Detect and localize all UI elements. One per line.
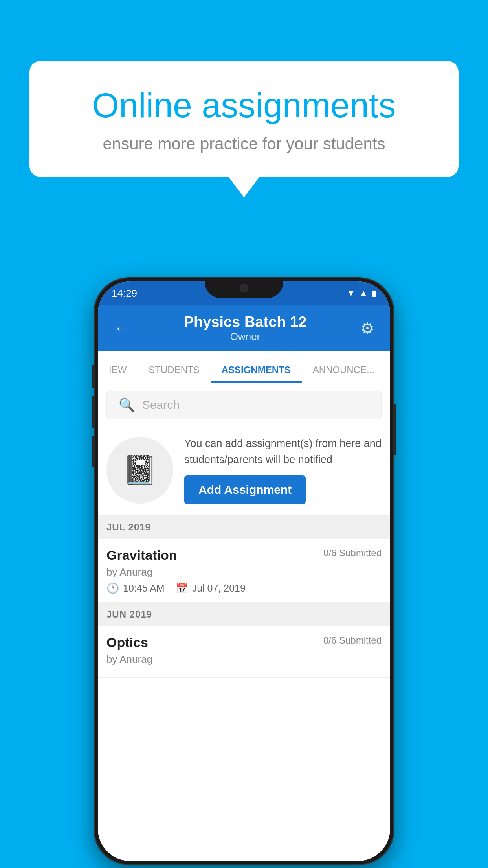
search-bar[interactable]: 🔍 Search	[106, 391, 382, 419]
tab-iew[interactable]: IEW	[98, 364, 138, 383]
header-title: Physics Batch 12	[134, 314, 356, 331]
phone-frame: 14:29 ▼ ▲ ▮ ← Physics Batch 12 Owner ⚙ I…	[95, 278, 393, 868]
promo-icon-circle: 📓	[106, 437, 173, 504]
assignment-date: 📅 Jul 07, 2019	[176, 582, 246, 594]
status-icons: ▼ ▲ ▮	[347, 288, 376, 298]
search-placeholder: Search	[142, 398, 180, 412]
section-header-jul: JUL 2019	[98, 515, 390, 539]
battery-icon: ▮	[372, 288, 376, 298]
header-center: Physics Batch 12 Owner	[134, 314, 356, 343]
assignment-optics-row-top: Optics 0/6 Submitted	[106, 635, 382, 650]
assignment-time-value: 10:45 AM	[123, 583, 165, 594]
assignment-by-optics: by Anurag	[106, 653, 382, 666]
notebook-icon: 📓	[122, 453, 158, 487]
speech-bubble-subtitle: ensure more practice for your students	[59, 134, 429, 153]
phone-vol-down	[92, 396, 95, 428]
assignment-item-gravitation[interactable]: Gravitation 0/6 Submitted by Anurag 🕐 10…	[98, 539, 390, 603]
section-header-jun: JUN 2019	[98, 603, 390, 626]
assignment-meta-gravitation: 🕐 10:45 AM 📅 Jul 07, 2019	[106, 582, 382, 594]
phone-btn-3	[92, 436, 95, 467]
phone-camera	[240, 284, 248, 292]
assignment-submitted-optics: 0/6 Submitted	[323, 635, 382, 646]
speech-bubble-title: Online assignments	[59, 86, 429, 125]
settings-icon[interactable]: ⚙	[356, 315, 378, 341]
app-header: ← Physics Batch 12 Owner ⚙	[98, 305, 390, 351]
assignment-name-gravitation: Gravitation	[106, 548, 177, 563]
phone-vol-up	[92, 365, 95, 388]
add-promo-section: 📓 You can add assignment(s) from here an…	[98, 427, 390, 515]
assignment-item-optics[interactable]: Optics 0/6 Submitted by Anurag	[98, 626, 390, 678]
assignment-time: 🕐 10:45 AM	[106, 582, 165, 594]
add-assignment-button[interactable]: Add Assignment	[184, 475, 306, 504]
wifi-icon: ▼	[347, 288, 355, 298]
status-time: 14:29	[112, 287, 137, 300]
phone-power	[393, 404, 396, 455]
assignment-name-optics: Optics	[106, 635, 148, 650]
calendar-icon: 📅	[176, 582, 188, 594]
tab-announcements[interactable]: ANNOUNCE...	[302, 364, 385, 383]
signal-icon: ▲	[359, 288, 368, 298]
assignment-row-top: Gravitation 0/6 Submitted	[106, 548, 382, 563]
promo-content: You can add assignment(s) from here and …	[184, 436, 382, 504]
promo-text: You can add assignment(s) from here and …	[184, 436, 382, 467]
header-subtitle: Owner	[134, 331, 356, 343]
phone-outer: 14:29 ▼ ▲ ▮ ← Physics Batch 12 Owner ⚙ I…	[95, 278, 393, 864]
search-icon: 🔍	[119, 397, 135, 413]
tab-assignments[interactable]: ASSIGNMENTS	[211, 364, 302, 383]
speech-bubble: Online assignments ensure more practice …	[29, 61, 459, 177]
speech-bubble-container: Online assignments ensure more practice …	[29, 61, 459, 177]
phone-notch	[205, 278, 283, 298]
phone-screen: 14:29 ▼ ▲ ▮ ← Physics Batch 12 Owner ⚙ I…	[98, 281, 390, 861]
clock-icon: 🕐	[106, 582, 119, 594]
assignment-date-value: Jul 07, 2019	[192, 583, 246, 594]
tabs-bar: IEW STUDENTS ASSIGNMENTS ANNOUNCE...	[98, 351, 390, 383]
back-button[interactable]: ←	[110, 315, 134, 342]
tab-students[interactable]: STUDENTS	[138, 364, 210, 383]
assignment-by-gravitation: by Anurag	[106, 566, 382, 578]
search-container: 🔍 Search	[98, 383, 390, 427]
assignment-submitted-gravitation: 0/6 Submitted	[323, 548, 382, 559]
